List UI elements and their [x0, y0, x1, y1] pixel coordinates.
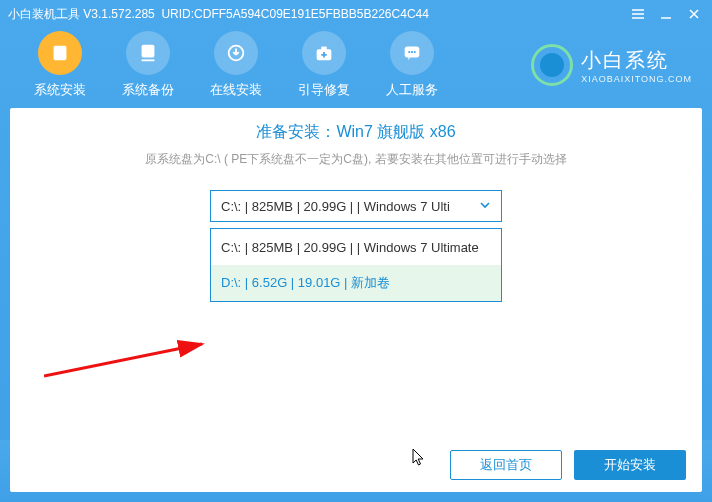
svg-point-7	[408, 51, 410, 53]
chevron-down-icon	[479, 199, 491, 214]
start-button-label: 开始安装	[604, 456, 656, 474]
drive-dropdown: C:\: | 825MB | 20.99G | | Windows 7 Ulti…	[210, 228, 502, 302]
logo-name: 小白系统	[581, 47, 669, 74]
minimize-icon[interactable]	[656, 4, 676, 24]
cursor-icon	[412, 448, 428, 468]
svg-line-10	[44, 344, 202, 376]
drive-option-label: C:\: | 825MB | 20.99G | | Windows 7 Ulti…	[221, 240, 479, 255]
main-panel: 准备安装：Win7 旗舰版 x86 原系统盘为C:\ ( PE下系统盘不一定为C…	[10, 108, 702, 492]
toolbar-label: 在线安装	[210, 81, 262, 99]
svg-rect-0	[54, 46, 67, 61]
close-icon[interactable]	[684, 4, 704, 24]
logo-icon	[531, 44, 573, 86]
svg-rect-2	[142, 59, 155, 61]
toolbar-item-online[interactable]: 在线安装	[192, 31, 280, 99]
drive-option-label: D:\: | 6.52G | 19.01G | 新加卷	[221, 274, 390, 292]
toolbar-item-install[interactable]: 系统安装	[16, 31, 104, 99]
chat-icon	[390, 31, 434, 75]
headline: 准备安装：Win7 旗舰版 x86	[10, 122, 702, 143]
drive-option-d[interactable]: D:\: | 6.52G | 19.01G | 新加卷	[211, 265, 501, 301]
toolbar-label: 人工服务	[386, 81, 438, 99]
toolbar-label: 系统备份	[122, 81, 174, 99]
logo-domain: XIAOBAIXITONG.COM	[581, 74, 692, 84]
toolbar-label: 系统安装	[34, 81, 86, 99]
menu-icon[interactable]	[628, 4, 648, 24]
install-icon	[38, 31, 82, 75]
toolbar-item-backup[interactable]: 系统备份	[104, 31, 192, 99]
footer: 返回首页 开始安装	[450, 450, 686, 480]
toolbar-item-support[interactable]: 人工服务	[368, 31, 456, 99]
brand-logo: 小白系统 XIAOBAIXITONG.COM	[531, 44, 696, 86]
svg-point-8	[411, 51, 413, 53]
backup-icon	[126, 31, 170, 75]
toolbar-label: 引导修复	[298, 81, 350, 99]
toolbar-item-bootfix[interactable]: 引导修复	[280, 31, 368, 99]
subline: 原系统盘为C:\ ( PE下系统盘不一定为C盘), 若要安装在其他位置可进行手动…	[10, 151, 702, 168]
drive-select-value: C:\: | 825MB | 20.99G | | Windows 7 Ulti	[221, 199, 450, 214]
toolbar: 系统安装 系统备份 在线安装 引导修复 人工服务 小白系统 XIAOBAIXIT…	[0, 28, 712, 110]
svg-rect-1	[142, 45, 155, 58]
start-button[interactable]: 开始安装	[574, 450, 686, 480]
app-title: 小白装机工具 V3.1.572.285 URID:CDFF5A594C09E19…	[8, 6, 429, 23]
back-button[interactable]: 返回首页	[450, 450, 562, 480]
medkit-icon	[302, 31, 346, 75]
drive-select[interactable]: C:\: | 825MB | 20.99G | | Windows 7 Ulti	[210, 190, 502, 222]
titlebar: 小白装机工具 V3.1.572.285 URID:CDFF5A594C09E19…	[0, 0, 712, 28]
svg-point-9	[414, 51, 416, 53]
annotation-arrow-icon	[44, 338, 214, 378]
drive-option-c[interactable]: C:\: | 825MB | 20.99G | | Windows 7 Ulti…	[211, 229, 501, 265]
download-icon	[214, 31, 258, 75]
back-button-label: 返回首页	[480, 456, 532, 474]
svg-rect-5	[321, 47, 327, 51]
